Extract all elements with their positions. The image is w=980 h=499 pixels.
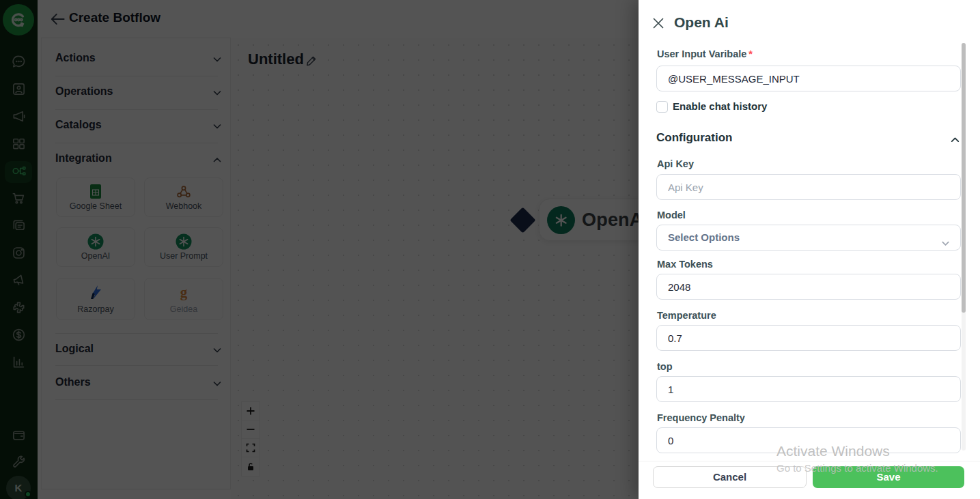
model-label: Model [657, 210, 686, 220]
temperature-field[interactable] [656, 325, 961, 351]
activate-windows-watermark-sub: Go to Settings to activate Windows. [776, 462, 938, 474]
drawer-title: Open Ai [674, 14, 729, 31]
max-tokens-label: Max Tokens [657, 259, 713, 270]
api-key-label: Api Key [657, 158, 694, 169]
user-input-field[interactable] [656, 66, 961, 91]
frequency-penalty-label: Frequency Penalty [657, 412, 745, 423]
chat-history-label[interactable]: Enable chat history [673, 100, 767, 112]
drawer-scrollbar-thumb[interactable] [962, 43, 966, 313]
required-asterisk: * [748, 48, 753, 59]
chevron-up-icon[interactable] [949, 134, 961, 145]
close-icon[interactable] [652, 16, 665, 30]
configuration-heading[interactable]: Configuration [656, 131, 732, 145]
api-key-field[interactable] [656, 174, 961, 200]
activate-windows-watermark: Activate Windows [776, 443, 890, 459]
modal-backdrop[interactable] [0, 0, 639, 499]
user-input-label: User Input Varibale* [657, 48, 753, 59]
chevron-down-icon [940, 233, 951, 243]
model-select[interactable]: Select Options [656, 225, 961, 251]
top-label: top [657, 361, 673, 372]
temperature-label: Temperature [657, 310, 716, 321]
max-tokens-field[interactable] [656, 274, 961, 300]
chat-history-checkbox[interactable] [656, 101, 668, 113]
openai-config-drawer: Open Ai User Input Varibale* Enable chat… [639, 0, 980, 499]
top-field[interactable] [656, 376, 961, 402]
